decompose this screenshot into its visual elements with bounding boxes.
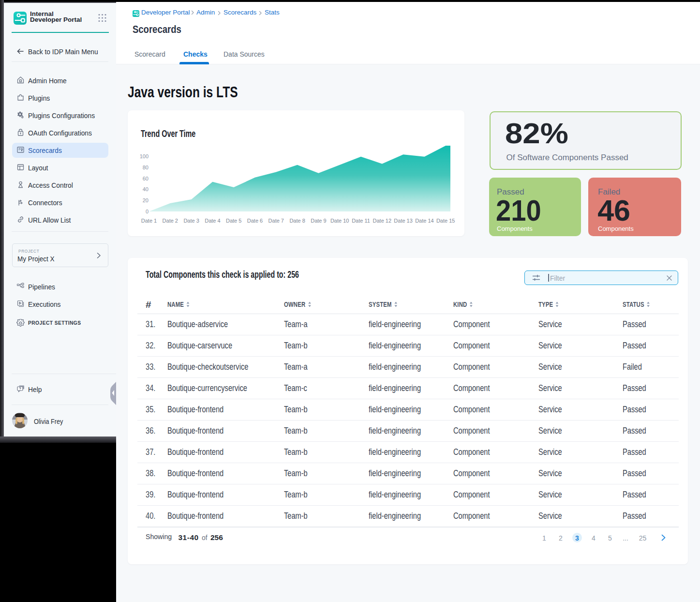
svg-text:Date 10: Date 10	[330, 218, 349, 224]
svg-text:0: 0	[146, 209, 149, 214]
svg-text:40: 40	[143, 186, 149, 192]
svg-text:Date 6: Date 6	[247, 218, 263, 224]
svg-text:80: 80	[143, 165, 149, 170]
svg-text:Date 3: Date 3	[183, 218, 199, 224]
svg-text:100: 100	[140, 153, 149, 159]
svg-text:Date 7: Date 7	[268, 218, 284, 224]
svg-text:Date 4: Date 4	[205, 218, 220, 224]
svg-text:Date 12: Date 12	[373, 218, 392, 224]
svg-text:60: 60	[143, 176, 149, 181]
svg-text:Date 9: Date 9	[311, 218, 326, 224]
svg-text:Date 14: Date 14	[415, 218, 434, 224]
svg-text:Date 11: Date 11	[352, 218, 370, 224]
svg-text:Date 8: Date 8	[289, 218, 305, 224]
svg-text:Date 5: Date 5	[226, 218, 241, 224]
svg-text:20: 20	[143, 197, 149, 203]
svg-text:Date 2: Date 2	[163, 218, 178, 224]
svg-text:Date 1: Date 1	[141, 218, 157, 224]
svg-text:Date 13: Date 13	[394, 218, 413, 224]
svg-text:Date 15: Date 15	[436, 218, 455, 224]
